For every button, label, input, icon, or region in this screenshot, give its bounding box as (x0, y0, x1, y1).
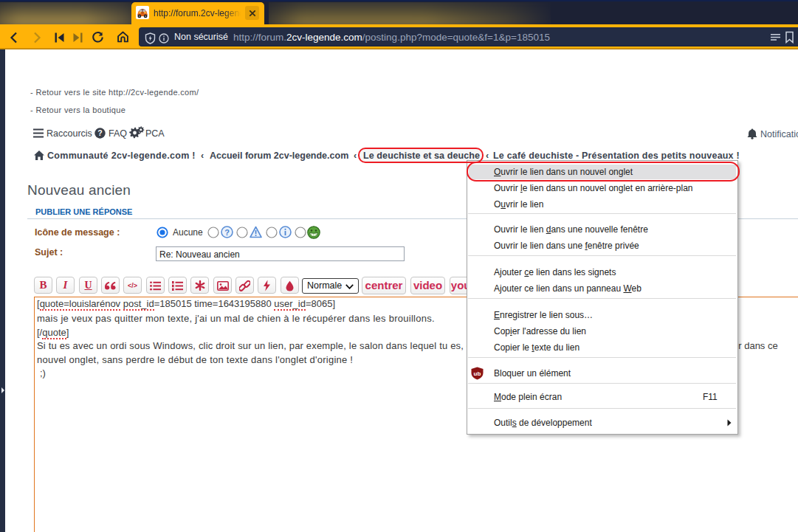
svg-text:?: ? (97, 128, 102, 137)
svg-text:?: ? (224, 228, 230, 237)
svg-text:ub: ub (474, 370, 481, 377)
